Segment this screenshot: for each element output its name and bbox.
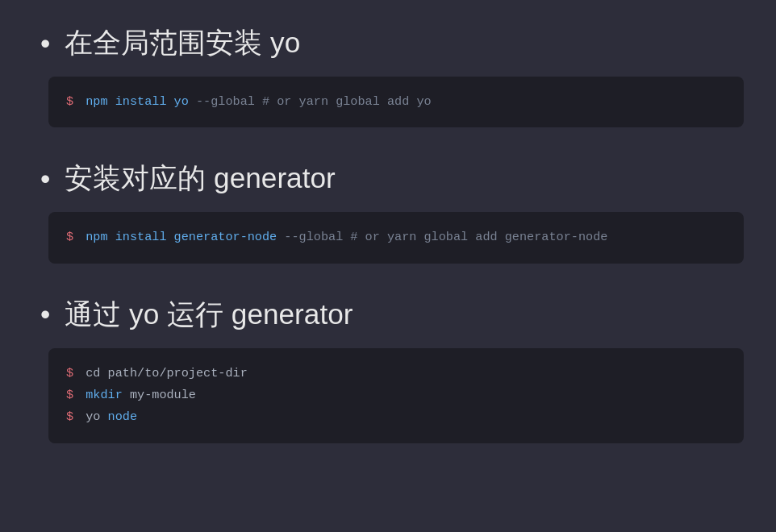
code-block-1: $ npm install yo --global # or yarn glob… [48, 77, 744, 127]
section-install-generator: • 安装对应的 generator $ npm install generato… [40, 160, 744, 263]
code-line-3-3: $ yo node [66, 406, 726, 428]
bullet-2: • [40, 163, 50, 195]
cmd-module-name: my-module [123, 384, 196, 406]
dollar-sign-2: $ [66, 227, 73, 248]
cmd-global-flag: --global [196, 91, 255, 113]
cmd-global-flag-2: --global [284, 227, 343, 248]
cmd-yo: yo [78, 406, 107, 428]
bullet-3: • [40, 298, 50, 330]
cmd-cd: cd path/to/project-dir [78, 363, 248, 384]
cmd-node: node [108, 406, 137, 428]
section-heading-1: 在全局范围安装 yo [65, 24, 300, 62]
dollar-sign: $ [66, 91, 73, 113]
section-heading-2: 安装对应的 generator [65, 160, 335, 197]
cmd-npm: npm install yo [78, 91, 196, 113]
dollar-sign-3a: $ [66, 363, 73, 384]
cmd-npm-gen: npm install generator-node [78, 227, 284, 248]
code-line-3-1: $ cd path/to/project-dir [66, 363, 726, 384]
code-block-2: $ npm install generator-node --global # … [48, 212, 744, 263]
code-block-3: $ cd path/to/project-dir $ mkdir my-modu… [48, 348, 744, 443]
section-title-2: • 安装对应的 generator [40, 160, 744, 197]
code-line-2-1: $ npm install generator-node --global # … [66, 227, 726, 248]
code-line-3-2: $ mkdir my-module [66, 384, 726, 406]
code-line-1-1: $ npm install yo --global # or yarn glob… [66, 91, 726, 113]
cmd-comment: # or yarn global add yo [255, 91, 432, 113]
section-title-1: • 在全局范围安装 yo [40, 24, 744, 62]
section-install-yo: • 在全局范围安装 yo $ npm install yo --global #… [40, 24, 744, 127]
section-run-generator: • 通过 yo 运行 generator $ cd path/to/projec… [40, 296, 744, 443]
bullet-1: • [40, 27, 50, 60]
cmd-mkdir: mkdir [78, 384, 123, 406]
cmd-comment-2: # or yarn global add generator-node [343, 227, 607, 248]
section-title-3: • 通过 yo 运行 generator [40, 296, 744, 334]
section-heading-3: 通过 yo 运行 generator [65, 296, 353, 334]
dollar-sign-3c: $ [66, 406, 73, 428]
dollar-sign-3b: $ [66, 384, 73, 406]
